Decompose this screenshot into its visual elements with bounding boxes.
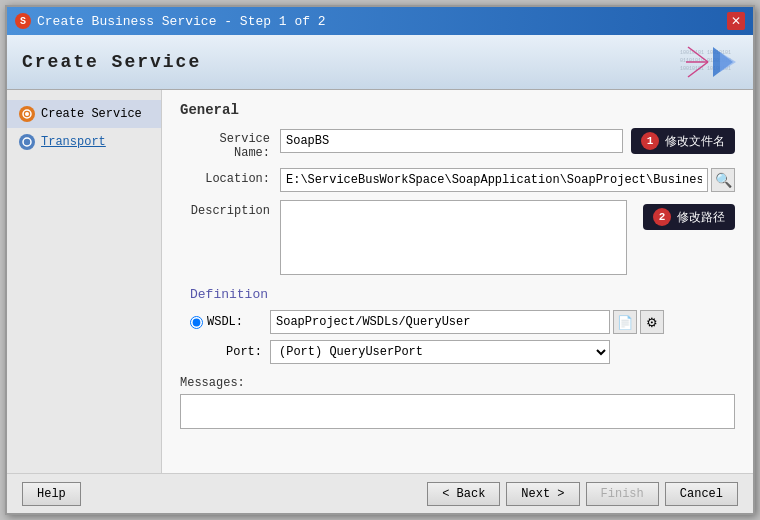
page-title: Create Service (22, 52, 201, 72)
wsdl-browse-button[interactable]: 📄 (613, 310, 637, 334)
service-name-input[interactable] (280, 129, 623, 153)
description-row: Description 2 修改路径 (180, 200, 735, 275)
transport-icon (19, 134, 35, 150)
tooltip-text-1: 修改文件名 (665, 133, 725, 150)
messages-area (180, 394, 735, 429)
wsdl-label: WSDL: (207, 315, 243, 329)
definition-section: Definition WSDL: 📄 ⚙ Port: (190, 287, 735, 364)
window-title: Create Business Service - Step 1 of 2 (37, 14, 326, 29)
create-service-icon (19, 106, 35, 122)
location-input[interactable] (280, 168, 708, 192)
wsdl-radio-group[interactable]: WSDL: (190, 315, 270, 329)
cancel-button[interactable]: Cancel (665, 482, 738, 506)
svg-point-9 (25, 112, 29, 116)
description-container: 2 修改路径 (280, 200, 735, 275)
wsdl-input[interactable] (270, 310, 610, 334)
wsdl-input-group: 📄 ⚙ (270, 310, 664, 334)
messages-label: Messages: (180, 376, 735, 390)
port-select[interactable]: (Port) QueryUserPort (270, 340, 610, 364)
location-browse-button[interactable]: 🔍 (711, 168, 735, 192)
tooltip-num-2: 2 (653, 208, 671, 226)
svg-point-10 (23, 138, 31, 146)
footer-left: Help (22, 482, 81, 506)
wsdl-row: WSDL: 📄 ⚙ (190, 310, 735, 334)
back-button[interactable]: < Back (427, 482, 500, 506)
tooltip-rename: 1 修改文件名 (631, 128, 735, 154)
header-bar: Create Service 10010101 10010101 0110101… (7, 35, 753, 90)
app-icon: S (15, 13, 31, 29)
port-row: Port: (Port) QueryUserPort (190, 340, 735, 364)
header-icon: 10010101 10010101 01101010 01001010 1001… (678, 42, 738, 82)
wsdl-radio[interactable] (190, 316, 203, 329)
main-form: General Service Name: 1 修改文件名 Location: … (162, 90, 753, 473)
description-input[interactable] (280, 200, 627, 275)
sidebar-label-transport[interactable]: Transport (41, 135, 106, 149)
tooltip-num-1: 1 (641, 132, 659, 150)
title-bar-left: S Create Business Service - Step 1 of 2 (15, 13, 326, 29)
title-bar: S Create Business Service - Step 1 of 2 … (7, 7, 753, 35)
help-button[interactable]: Help (22, 482, 81, 506)
tooltip-text-2: 修改路径 (677, 209, 725, 226)
sidebar-label-create-service: Create Service (41, 107, 142, 121)
location-input-group: 🔍 (280, 168, 735, 192)
finish-button[interactable]: Finish (586, 482, 659, 506)
section-general-title: General (180, 102, 735, 118)
main-window: S Create Business Service - Step 1 of 2 … (5, 5, 755, 515)
location-row: Location: 🔍 (180, 168, 735, 192)
messages-section: Messages: (180, 376, 735, 429)
definition-title: Definition (190, 287, 735, 302)
service-name-row: Service Name: 1 修改文件名 (180, 128, 735, 160)
footer: Help < Back Next > Finish Cancel (7, 473, 753, 513)
port-label: Port: (190, 345, 270, 359)
service-name-container: 1 修改文件名 (280, 128, 735, 154)
sidebar-item-transport[interactable]: Transport (7, 128, 161, 156)
description-label: Description (180, 200, 280, 218)
next-button[interactable]: Next > (506, 482, 579, 506)
sidebar: Create Service Transport (7, 90, 162, 473)
tooltip-path: 2 修改路径 (643, 204, 735, 230)
sidebar-item-create-service[interactable]: Create Service (7, 100, 161, 128)
wsdl-config-button[interactable]: ⚙ (640, 310, 664, 334)
footer-right: < Back Next > Finish Cancel (427, 482, 738, 506)
service-name-label: Service Name: (180, 128, 280, 160)
location-label: Location: (180, 168, 280, 186)
content-area: Create Service Transport General Service… (7, 90, 753, 473)
close-button[interactable]: ✕ (727, 12, 745, 30)
